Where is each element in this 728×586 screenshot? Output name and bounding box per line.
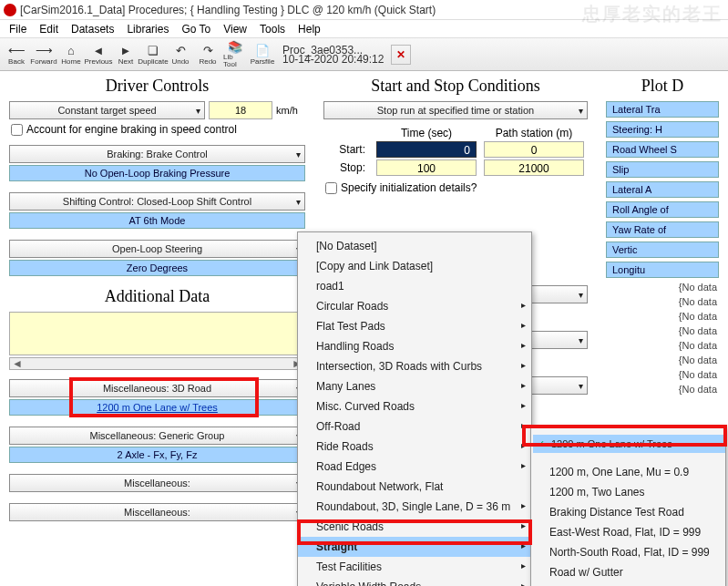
driver-controls-panel: Driver Controls Constant target speed 18… [0,71,314,586]
menu-help[interactable]: Help [292,21,326,37]
previous-button[interactable]: ◄Previous [86,41,111,68]
ctx-item[interactable]: Flat Test Pads [298,316,531,336]
ctx-item[interactable]: Ride Roads [298,437,531,457]
ctx-item[interactable]: Roundabout Network, Flat [298,477,531,497]
init-details-checkbox[interactable] [325,182,337,194]
nodata-4: {No data [606,325,719,336]
ctx-item[interactable]: Off-Road [298,416,531,437]
sub-item[interactable]: North-South Road, Flat, ID = 999 [531,542,725,562]
start-stop-table: Time (sec) Path station (m) Start: 0 0 S… [323,127,588,176]
plot-row-6[interactable]: Yaw Rate of [606,221,719,238]
duplicate-button[interactable]: ❏Duplicate [140,41,166,68]
plot-row-8[interactable]: Longitu [606,262,719,278]
plot-row-5[interactable]: Roll Angle of [606,201,719,218]
braking-value[interactable]: No Open-Loop Braking Pressure [9,165,305,181]
speed-mode-combo[interactable]: Constant target speed [9,101,205,119]
start-label: Start: [323,143,369,156]
ctx-item[interactable]: Scenic Roads [298,517,531,537]
driver-controls-heading: Driver Controls [9,77,305,96]
init-details-check[interactable]: Specify initialization details? [325,181,588,194]
menu-file[interactable]: File [4,21,32,37]
stop-mode-combo[interactable]: Stop run at specified time or station [323,101,588,119]
parsfile-button[interactable]: 📄Parsfile [250,41,275,68]
plot-row-2[interactable]: Road Wheel S [606,141,719,158]
shift-combo[interactable]: Shifting Control: Closed-Loop Shift Cont… [9,192,305,211]
additional-scrollbar[interactable]: ◄► [9,357,305,370]
nodata-3: {No data [606,311,719,322]
menu-goto[interactable]: Go To [176,21,216,37]
sub-item[interactable]: Braking Distance Test Road [531,502,725,522]
plot-row-3[interactable]: Slip [606,161,719,178]
sub-item[interactable]: 1200 m, One Lane, Mu = 0.9 [531,462,725,482]
additional-data-textarea[interactable] [9,312,305,355]
redo-button[interactable]: ↷Redo [195,41,220,68]
sub-item[interactable]: Road w/ Gutter [531,562,725,582]
misc-blank-combo-2[interactable]: Miscellaneous: [9,503,305,521]
engine-braking-check[interactable]: Account for engine braking in speed cont… [11,123,305,136]
stop-time-input[interactable]: 100 [376,159,477,176]
ctx-item[interactable]: Road Edges [298,457,531,477]
ctx-item[interactable]: Roundabout, 3D, Single Lane, D = 36 m [298,497,531,517]
prev-icon: ◄ [91,44,106,58]
misc-blank-combo-1[interactable]: Miscellaneous: [9,474,305,492]
steer-value[interactable]: Zero Degrees [9,260,305,276]
ctx-item[interactable]: [No Dataset] [298,236,531,256]
misc-road-link[interactable]: 1200 m One Lane w/ Trees [9,399,305,416]
back-icon: ⟵ [9,44,24,58]
ctx-item[interactable]: road1 [298,276,531,296]
braking-combo[interactable]: Braking: Brake Control [9,145,305,163]
menu-edit[interactable]: Edit [34,21,64,37]
misc-road-combo[interactable]: Miscellaneous: 3D Road [9,379,305,397]
ctx-item[interactable]: Circular Roads [298,296,531,316]
libtool-button[interactable]: 📚Lib Tool [222,41,248,68]
back-button[interactable]: ⟵Back [4,41,29,68]
menu-tools[interactable]: Tools [254,21,291,37]
init-details-label: Specify initialization details? [341,181,477,194]
redo-icon: ↷ [200,44,215,58]
home-button[interactable]: ⌂Home [58,41,84,68]
plot-row-1[interactable]: Steering: H [606,121,719,138]
engine-braking-label: Account for engine braking in speed cont… [26,123,237,136]
start-time-input[interactable]: 0 [376,141,477,158]
stop-path-input[interactable]: 21000 [484,159,584,176]
ctx-item[interactable]: Many Lanes [298,376,531,396]
sub-item-1200-trees[interactable]: 1200 m One Lane w/ Trees [533,435,725,453]
ctx-item-straight[interactable]: Straight [298,537,531,557]
sub-item[interactable]: East-West Road, Flat, ID = 999 [531,522,725,542]
ctx-item[interactable]: Intersection, 3D Roads with Curbs [298,356,531,376]
engine-braking-checkbox[interactable] [11,124,23,136]
ctx-item-label: Straight [316,540,357,553]
shift-value[interactable]: AT 6th Mode [9,212,305,229]
misc-group-value[interactable]: 2 Axle - Fx, Fy, Fz [9,447,305,463]
proc-info: Proc_3ae0353... 10-14-2020 20:49:12 [282,46,384,64]
libtool-icon: 📚 [228,40,242,54]
plot-row-7[interactable]: Vertic [606,242,719,258]
menu-datasets[interactable]: Datasets [66,21,119,37]
next-button[interactable]: ►Next [113,41,138,68]
sub-item[interactable]: 1200 m, Two Lanes [531,482,725,502]
forward-button[interactable]: ⟶Forward [31,41,56,68]
straight-submenu[interactable]: 1200 m One Lane w/ Trees 1200 m, One Lan… [530,427,726,586]
ctx-item[interactable]: Handling Roads [298,336,531,356]
ctx-item[interactable]: Variable Width Roads [298,577,531,586]
sub-item[interactable]: Split Mu [531,582,725,586]
forward-icon: ⟶ [36,44,51,58]
ctx-item[interactable]: [Copy and Link Dataset] [298,256,531,276]
delete-button[interactable]: ✕ [391,45,411,65]
ctx-item[interactable]: Misc. Curved Roads [298,396,531,416]
plot-row-4[interactable]: Lateral A [606,181,719,198]
start-stop-heading: Start and Stop Conditions [323,77,588,96]
additional-data-heading: Additional Data [9,287,305,306]
plot-row-0[interactable]: Lateral Tra [606,101,719,118]
target-speed-input[interactable]: 18 [209,101,272,119]
start-path-input[interactable]: 0 [484,141,584,158]
menu-libraries[interactable]: Libraries [121,21,174,37]
plot-heading: Plot D [606,77,719,96]
road-context-menu[interactable]: [No Dataset] [Copy and Link Dataset] roa… [297,231,532,586]
menu-view[interactable]: View [218,21,252,37]
nodata-1: {No data [606,282,719,293]
misc-group-combo[interactable]: Miscellaneous: Generic Group [9,427,305,445]
ctx-item[interactable]: Test Facilities [298,557,531,577]
steer-combo[interactable]: Open-Loop Steering [9,240,305,258]
undo-button[interactable]: ↶Undo [168,41,193,68]
